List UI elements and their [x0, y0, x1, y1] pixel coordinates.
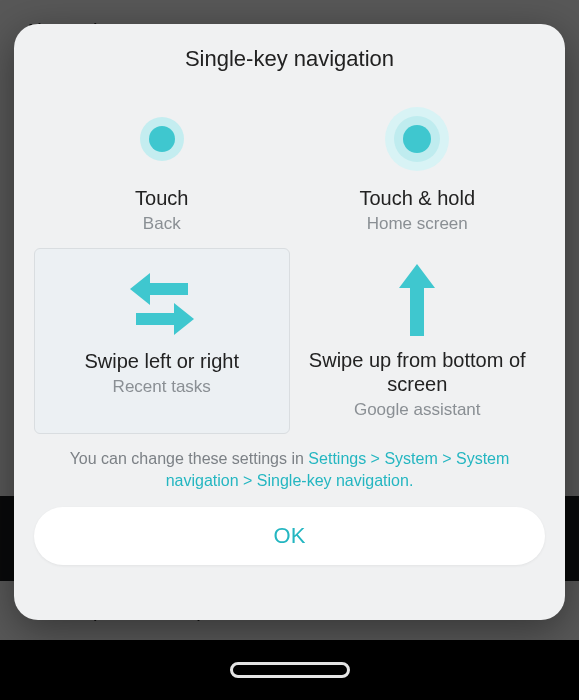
svg-marker-5 — [130, 273, 188, 305]
ok-button[interactable]: OK — [34, 507, 545, 565]
svg-point-1 — [149, 126, 175, 152]
swipe-left-right-icon — [41, 259, 283, 345]
single-key-navigation-dialog: Single-key navigation Touch Back Touch &… — [14, 24, 565, 620]
nav-pill-icon[interactable] — [230, 662, 350, 678]
gesture-touch: Touch Back — [34, 86, 290, 248]
svg-marker-7 — [399, 264, 435, 336]
gesture-swipe-lr: Swipe left or right Recent tasks — [34, 248, 290, 434]
dialog-info-text: You can change these settings in Setting… — [34, 448, 545, 491]
gesture-subtitle: Home screen — [367, 214, 468, 234]
svg-marker-6 — [136, 303, 194, 335]
gesture-subtitle: Google assistant — [354, 400, 481, 420]
gesture-touch-hold: Touch & hold Home screen — [290, 86, 546, 248]
gesture-grid: Touch Back Touch & hold Home screen — [34, 86, 545, 434]
gesture-subtitle: Recent tasks — [113, 377, 211, 397]
swipe-up-icon — [296, 258, 540, 344]
navigation-bar — [0, 640, 579, 700]
dialog-title: Single-key navigation — [34, 46, 545, 72]
gesture-subtitle: Back — [143, 214, 181, 234]
gesture-title: Touch — [135, 186, 188, 210]
touch-icon — [40, 96, 284, 182]
gesture-title: Touch & hold — [359, 186, 475, 210]
touch-hold-icon — [296, 96, 540, 182]
svg-point-4 — [403, 125, 431, 153]
gesture-title: Swipe up from bottom of screen — [296, 348, 540, 396]
gesture-title: Swipe left or right — [84, 349, 239, 373]
gesture-swipe-up: Swipe up from bottom of screen Google as… — [290, 248, 546, 434]
